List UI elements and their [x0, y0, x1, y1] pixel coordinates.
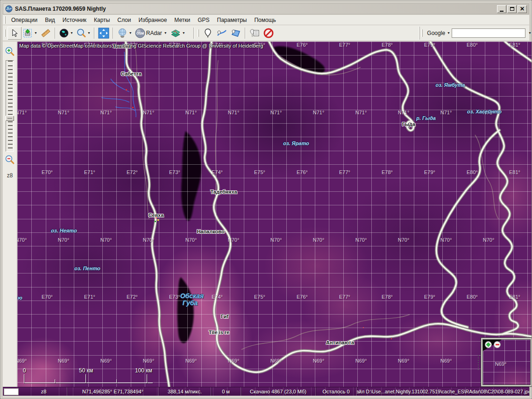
- dark-globe-icon: [59, 28, 69, 38]
- toolbar-grip: [4, 16, 6, 24]
- placemark-manager-button[interactable]: [248, 27, 262, 40]
- add-placemark-button[interactable]: [201, 27, 215, 40]
- chevron-down-icon: ▼: [164, 31, 167, 35]
- status-downloaded: Скачано 4867 (23,0 Мб): [241, 387, 316, 396]
- menu-item-9[interactable]: Параметры: [213, 15, 251, 25]
- selection-manager-button[interactable]: ▼: [21, 27, 39, 40]
- main-toolbar: ▼ ▼ ▼: [3, 25, 529, 41]
- search-input[interactable]: [452, 29, 527, 37]
- menu-item-6[interactable]: Избранное: [135, 15, 170, 25]
- menu-item-7[interactable]: Метки: [170, 15, 194, 25]
- toolbar-separator: [55, 28, 56, 39]
- chevron-down-icon: ▼: [182, 31, 185, 35]
- minimap-grid-label: N69°: [495, 361, 507, 367]
- zoom-tool-button[interactable]: ▼: [75, 27, 92, 40]
- chevron-down-icon: ▼: [70, 31, 73, 35]
- scale-tick: [85, 374, 86, 383]
- status-zoom: z8: [21, 387, 67, 396]
- zoom-slider-handle[interactable]: [6, 116, 14, 121]
- close-button[interactable]: ✕: [518, 5, 527, 13]
- scale-bar: 0 50 км 100 км: [23, 367, 154, 386]
- osm-sphere-icon: OSM: [135, 28, 145, 38]
- app-window: SAS.Планета 170209.9659 Nightly ✕ Операц…: [0, 0, 532, 399]
- close-icon: ✕: [520, 6, 525, 12]
- full-map-button[interactable]: ▼: [57, 27, 75, 40]
- chevron-down-icon: ▼: [129, 31, 132, 35]
- window-title: SAS.Планета 170209.9659 Nightly: [15, 6, 496, 12]
- add-polygon-button[interactable]: [229, 27, 243, 40]
- minus-icon: [496, 344, 499, 345]
- minimap-panel[interactable]: N69°: [481, 337, 532, 387]
- layers-button[interactable]: ▼: [169, 27, 187, 40]
- minimize-button[interactable]: [497, 5, 506, 13]
- search-combobox[interactable]: ▼: [452, 28, 525, 38]
- search-engine-dropdown[interactable]: Google ▼: [425, 27, 452, 40]
- zoom-level-label: z8: [7, 172, 13, 179]
- add-path-button[interactable]: [215, 27, 229, 40]
- ruler-icon: [41, 28, 51, 38]
- minimap-zoom-out-button[interactable]: [494, 341, 501, 348]
- status-coordinates: N71,496285° E71,738494°: [67, 387, 159, 396]
- minimap-zoom-in-button[interactable]: [485, 341, 492, 348]
- scale-mid-label: 50 км: [79, 367, 93, 374]
- toolbar-separator: [94, 28, 95, 39]
- menu-item-5[interactable]: Слои: [113, 15, 135, 25]
- plus-icon: [486, 343, 491, 347]
- zoom-out-button[interactable]: [4, 154, 15, 166]
- status-file-path: Файл D:\Use...anet.Nightly.131002.7519\c…: [357, 387, 529, 396]
- status-elevation: 0 м: [211, 387, 241, 396]
- minimap-resize-grip[interactable]: [478, 355, 479, 371]
- window-bottom-edge: [3, 396, 529, 398]
- map-viewport[interactable]: N71°N71°N71°N71°N71°N71°N71°N71°N71°N71°…: [17, 42, 532, 387]
- ruler-tool-button[interactable]: [39, 27, 53, 40]
- graticule-grid: [17, 42, 532, 387]
- zoom-slider[interactable]: [6, 60, 14, 152]
- selection-icon: [23, 28, 33, 38]
- toolbar-separator: [113, 28, 113, 39]
- scale-line: [24, 383, 153, 383]
- menu-item-1[interactable]: Операции: [7, 15, 41, 25]
- zoom-out-icon: [4, 154, 15, 166]
- minimap-map[interactable]: N69°: [482, 339, 531, 385]
- menu-item-10[interactable]: Помощь: [250, 15, 279, 25]
- globe-stand-icon: [117, 28, 128, 39]
- cursor-tool-button[interactable]: [7, 27, 21, 40]
- menu-item-3[interactable]: Источник: [59, 15, 90, 25]
- chevron-down-icon: ▼: [34, 31, 37, 35]
- path-icon: [216, 28, 227, 38]
- maximize-icon: [510, 7, 514, 11]
- toolbar-grip: [198, 29, 199, 37]
- zoom-in-button[interactable]: [4, 46, 15, 57]
- maximize-button[interactable]: [507, 5, 517, 13]
- title-bar: SAS.Планета 170209.9659 Nightly ✕: [3, 3, 529, 14]
- menu-item-4[interactable]: Карты: [90, 15, 113, 25]
- app-icon: [5, 5, 13, 13]
- menu-item-2[interactable]: Вид: [41, 15, 59, 25]
- menu-bar: ОперацииВидИсточникКартыСлоиИзбранноеМет…: [3, 15, 529, 25]
- toolbar-separator: [193, 28, 194, 39]
- toolbar-separator: [245, 28, 246, 39]
- hide-marks-button[interactable]: [262, 27, 276, 40]
- status-bar: z8 N71,496285° E71,738494° 388,14 м/пикс…: [3, 387, 529, 396]
- goto-location-button[interactable]: ▼: [115, 27, 134, 40]
- svg-text:OSM: OSM: [136, 32, 144, 35]
- search-engine-label: Google: [427, 30, 445, 36]
- magnifier-icon: [76, 28, 86, 38]
- fullscreen-button[interactable]: [97, 27, 111, 40]
- zoom-panel: z8: [3, 42, 17, 387]
- chevron-down-icon: ▼: [528, 31, 532, 35]
- toolbar-grip: [421, 29, 423, 37]
- fullscreen-icon: [98, 28, 109, 39]
- scale-tick: [147, 374, 147, 383]
- scale-tick: [24, 374, 24, 383]
- scale-start-label: 0: [23, 367, 26, 374]
- menu-item-8[interactable]: GPS: [194, 15, 213, 25]
- scale-end-label: 100 км: [135, 367, 152, 374]
- chevron-down-icon: ▼: [447, 31, 450, 35]
- zoom-in-icon: [4, 46, 15, 57]
- chevron-down-icon: ▼: [87, 31, 91, 35]
- map-source-label: RAdar: [146, 30, 162, 36]
- layers-icon: [170, 28, 181, 38]
- map-source-button[interactable]: OSM RAdar ▼: [134, 27, 169, 40]
- placemark-icon: [203, 28, 213, 38]
